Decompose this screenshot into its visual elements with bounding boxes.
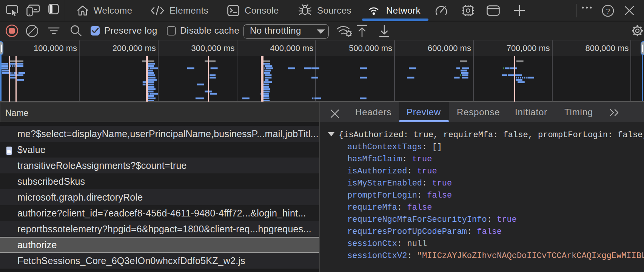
svg-text:?: ?: [606, 7, 610, 15]
